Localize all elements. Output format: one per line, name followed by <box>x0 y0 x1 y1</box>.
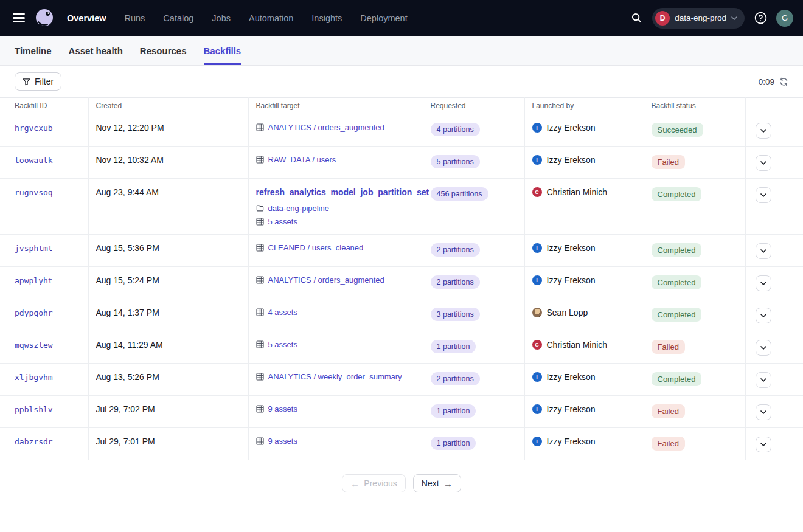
chevron-down-icon <box>760 378 766 382</box>
navbar-right: D data-eng-prod G <box>627 8 793 29</box>
column-header-requested: Requested <box>423 98 524 114</box>
user-avatar[interactable]: G <box>776 10 793 27</box>
backfill-status-cell: Completed <box>644 299 745 331</box>
nav-item-insights[interactable]: Insights <box>311 13 342 23</box>
requested-cell: 2 partitions <box>423 267 524 299</box>
tab-resources[interactable]: Resources <box>140 36 187 65</box>
asset-grid-icon <box>256 373 264 381</box>
column-header-blank <box>745 98 803 114</box>
dagster-logo-icon[interactable] <box>33 7 56 30</box>
backfills-table: Backfill IDCreatedBackfill targetRequest… <box>0 97 803 460</box>
asset-target-link[interactable]: 9 assets <box>256 404 418 413</box>
partitions-badge: 456 partitions <box>431 187 488 201</box>
nav-item-catalog[interactable]: Catalog <box>163 13 193 23</box>
backfill-id-link[interactable]: mqwszlew <box>15 340 53 350</box>
asset-target-label: 4 assets <box>268 308 297 317</box>
backfill-id-cell: apwplyht <box>0 267 88 299</box>
top-navbar: OverviewRunsCatalogJobsAutomationInsight… <box>0 0 803 36</box>
search-button[interactable] <box>627 9 646 28</box>
filter-button[interactable]: Filter <box>15 72 61 91</box>
refresh-button[interactable] <box>779 77 788 86</box>
previous-page-button[interactable]: ← Previous <box>342 474 405 492</box>
backfill-id-link[interactable]: ppblshlv <box>15 405 53 414</box>
asset-grid-icon <box>256 276 264 284</box>
row-menu-button[interactable] <box>756 123 771 139</box>
partitions-badge: 4 partitions <box>431 123 480 136</box>
row-menu-button[interactable] <box>756 372 771 388</box>
backfill-id-link[interactable]: apwplyht <box>15 276 53 285</box>
next-page-label: Next <box>422 478 439 488</box>
backfill-target-cell: refresh_analytics_model_job_partition_se… <box>248 179 423 235</box>
asset-target-link[interactable]: ANALYTICS / orders_augmented <box>256 275 418 285</box>
tab-backfills[interactable]: Backfills <box>204 36 242 65</box>
asset-target-link[interactable]: CLEANED / users_cleaned <box>256 243 418 252</box>
table-row: toowautkNov 12, 10:32 AMRAW_DATA / users… <box>0 147 803 179</box>
row-menu-button[interactable] <box>756 404 771 420</box>
nav-item-jobs[interactable]: Jobs <box>212 13 231 23</box>
nav-item-overview[interactable]: Overview <box>67 13 106 23</box>
backfill-id-cell: jvsphtmt <box>0 235 88 267</box>
backfill-id-cell: dabzrsdr <box>0 428 88 460</box>
backfill-id-link[interactable]: dabzrsdr <box>15 437 53 446</box>
launched-by-name: Izzy Erekson <box>547 275 596 285</box>
chevron-down-icon <box>760 282 766 285</box>
deployment-name: data-eng-prod <box>675 13 726 22</box>
menu-button[interactable] <box>10 9 28 27</box>
launched-by-cell: IIzzy Erekson <box>524 428 644 460</box>
asset-target-link[interactable]: ANALYTICS / weekly_order_summary <box>256 372 418 381</box>
backfill-id-link[interactable]: jvsphtmt <box>15 244 53 253</box>
help-button[interactable] <box>751 9 770 28</box>
backfill-id-link[interactable]: hrgvcxub <box>15 123 53 133</box>
row-menu-button[interactable] <box>756 275 771 291</box>
table-header-row: Backfill IDCreatedBackfill targetRequest… <box>0 98 803 114</box>
backfill-id-link[interactable]: rugnvsoq <box>15 188 53 197</box>
row-actions-cell <box>745 396 803 428</box>
backfill-status-cell: Failed <box>644 147 745 179</box>
launched-by-name: Izzy Erekson <box>547 155 596 165</box>
asset-target-link[interactable]: 5 assets <box>256 340 418 349</box>
created-cell: Nov 12, 12:20 PM <box>88 114 248 147</box>
refresh-countdown: 0:09 <box>759 77 774 86</box>
asset-target-link[interactable]: 9 assets <box>256 437 418 446</box>
chevron-down-icon <box>760 443 766 446</box>
arrow-right-icon: → <box>443 479 453 488</box>
row-menu-button[interactable] <box>756 308 771 323</box>
row-menu-button[interactable] <box>756 340 771 356</box>
nav-item-runs[interactable]: Runs <box>125 13 145 23</box>
created-cell: Aug 15, 5:24 PM <box>88 267 248 299</box>
backfill-target-cell: 5 assets <box>248 331 423 364</box>
asset-grid-icon <box>256 405 264 413</box>
asset-target-label: ANALYTICS / weekly_order_summary <box>268 372 402 381</box>
user-initial-avatar: I <box>532 372 542 382</box>
tab-timeline[interactable]: Timeline <box>15 36 52 65</box>
asset-target-link[interactable]: 4 assets <box>256 308 418 317</box>
tab-asset-health[interactable]: Asset health <box>69 36 123 65</box>
next-page-button[interactable]: Next → <box>413 474 461 492</box>
status-badge: Completed <box>652 372 702 386</box>
requested-cell: 2 partitions <box>423 364 524 396</box>
created-cell: Aug 14, 11:29 AM <box>88 331 248 364</box>
backfill-id-link[interactable]: pdypqohr <box>15 308 53 317</box>
row-menu-button[interactable] <box>756 437 771 452</box>
user-initial-avatar: I <box>532 437 542 446</box>
column-header-launched-by: Launched by <box>524 98 644 114</box>
row-menu-button[interactable] <box>756 155 771 171</box>
row-menu-button[interactable] <box>756 243 771 259</box>
backfill-status-cell: Completed <box>644 364 745 396</box>
nav-item-deployment[interactable]: Deployment <box>360 13 407 23</box>
deployment-switcher[interactable]: D data-eng-prod <box>652 8 745 29</box>
nav-item-automation[interactable]: Automation <box>249 13 293 23</box>
row-actions-cell <box>745 299 803 331</box>
asset-target-link[interactable]: RAW_DATA / users <box>256 155 418 164</box>
asset-target-link[interactable]: ANALYTICS / orders_augmented <box>256 123 418 132</box>
table-row: hrgvcxubNov 12, 12:20 PMANALYTICS / orde… <box>0 114 803 147</box>
backfill-id-cell: ppblshlv <box>0 396 88 428</box>
target-detail-line[interactable]: 5 assets <box>256 217 418 226</box>
job-partition-set-link[interactable]: refresh_analytics_model_job_partition_se… <box>256 187 429 197</box>
backfill-id-link[interactable]: toowautk <box>15 156 53 165</box>
backfill-id-link[interactable]: xljbgvhm <box>15 373 53 382</box>
row-actions-cell <box>745 331 803 364</box>
created-cell: Nov 12, 10:32 AM <box>88 147 248 179</box>
row-menu-button[interactable] <box>756 187 771 203</box>
target-detail-line[interactable]: data-eng-pipeline <box>256 204 418 213</box>
